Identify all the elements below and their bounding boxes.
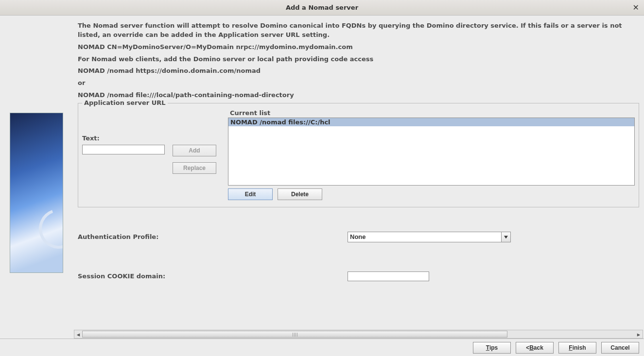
scroll-thumb[interactable]	[82, 331, 507, 338]
replace-button[interactable]: Replace	[173, 162, 216, 174]
wizard-main-scroll[interactable]: The Nomad server function will attempt t…	[73, 16, 644, 330]
edit-button[interactable]: Edit	[228, 188, 273, 200]
cancel-button[interactable]: Cancel	[601, 342, 639, 354]
wizard-banner-image	[10, 113, 63, 273]
wizard-main: The Nomad server function will attempt t…	[73, 16, 644, 339]
application-server-url-legend: Application server URL	[82, 99, 168, 106]
application-server-url-group: Application server URL Text: Add Replace	[78, 103, 639, 207]
chevron-down-icon[interactable]	[501, 232, 511, 242]
delete-button[interactable]: Delete	[278, 188, 322, 200]
help-paragraph-2: NOMAD CN=MyDominoServer/O=MyDomain nrpc:…	[78, 43, 639, 52]
text-input[interactable]	[82, 145, 165, 154]
auth-profile-row: Authentication Profile:	[78, 232, 639, 242]
window-title: Add a Nomad server	[286, 4, 358, 11]
dialog-body: The Nomad server function will attempt t…	[0, 16, 644, 356]
auth-profile-label: Authentication Profile:	[78, 233, 348, 240]
help-paragraph-3: For Nomad web clients, add the Domino se…	[78, 55, 639, 64]
close-icon[interactable]: ✕	[633, 3, 639, 12]
back-button-label: ack	[534, 344, 543, 351]
titlebar: Add a Nomad server ✕	[0, 0, 644, 16]
tips-button[interactable]: Tips	[473, 342, 511, 354]
current-list-label: Current list	[230, 109, 635, 117]
help-paragraph-1: The Nomad server function will attempt t…	[78, 21, 639, 40]
list-item[interactable]: NOMAD /nomad files://C:/hcl	[228, 118, 634, 126]
text-label: Text:	[82, 135, 223, 142]
help-paragraph-5: or	[78, 79, 639, 88]
scroll-track[interactable]	[82, 331, 635, 338]
finish-button-label: inish	[573, 344, 586, 351]
current-list[interactable]: NOMAD /nomad files://C:/hcl	[228, 118, 635, 186]
text-input-row: Add Replace	[82, 145, 223, 174]
add-button[interactable]: Add	[173, 145, 216, 156]
horizontal-scrollbar[interactable]: ◂ ▸	[74, 330, 643, 339]
scroll-right-icon[interactable]: ▸	[635, 330, 643, 338]
appurl-grid: Text: Add Replace Curr	[82, 108, 635, 200]
add-replace-column: Add Replace	[173, 145, 216, 174]
scroll-left-icon[interactable]: ◂	[74, 330, 82, 338]
cookie-domain-input[interactable]	[348, 271, 429, 281]
svg-marker-0	[504, 236, 508, 239]
cookie-domain-row: Session COOKIE domain:	[78, 271, 639, 281]
help-paragraph-4: NOMAD /nomad https://domino.domain.com/n…	[78, 67, 639, 76]
appurl-left-column: Text: Add Replace	[82, 108, 223, 200]
tips-button-label: ips	[489, 344, 498, 351]
appurl-right-column: Current list NOMAD /nomad files://C:/hcl…	[228, 108, 635, 200]
finish-button[interactable]: Finish	[558, 342, 596, 354]
auth-profile-value[interactable]	[348, 232, 510, 242]
auth-profile-combo[interactable]	[348, 232, 510, 242]
dialog-upper: The Nomad server function will attempt t…	[0, 16, 644, 339]
dialog-footer: Tips <Back Finish Cancel	[0, 339, 644, 356]
back-button[interactable]: <Back	[516, 342, 554, 354]
dialog-window: Add a Nomad server ✕ The Nomad server fu…	[0, 0, 644, 356]
cookie-domain-label: Session COOKIE domain:	[78, 272, 348, 280]
wizard-sidebar	[0, 16, 73, 339]
cancel-button-label: Cancel	[610, 344, 629, 351]
list-buttons-row: Edit Delete	[228, 188, 635, 200]
